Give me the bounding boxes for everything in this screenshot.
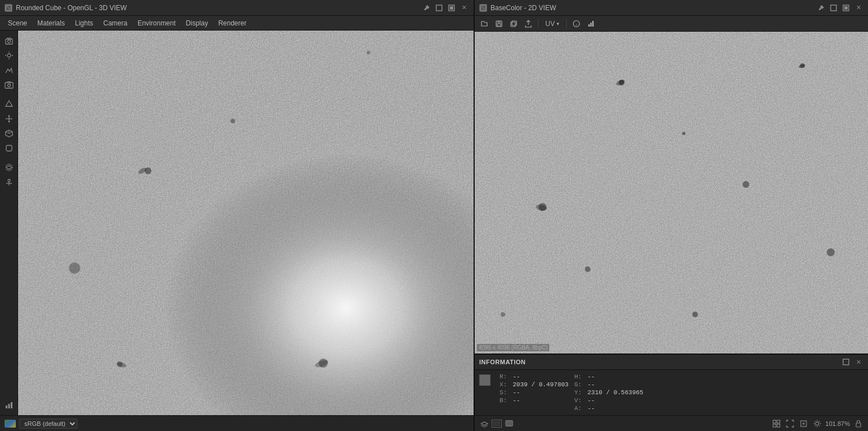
cube2-tool-icon[interactable] <box>2 141 16 155</box>
menubar-3d: Scene Materials Lights Camera Environmen… <box>0 16 474 31</box>
anchor-tool-icon[interactable] <box>2 175 16 189</box>
s-value: -- <box>513 389 568 396</box>
channel-view-icon[interactable] <box>492 420 502 428</box>
cube-tool-icon[interactable] <box>2 127 16 140</box>
object-select-icon[interactable] <box>2 97 16 111</box>
svg-point-24 <box>8 179 10 182</box>
menu-camera[interactable]: Camera <box>99 18 132 28</box>
viewport-2d-texture <box>475 32 868 354</box>
uv-label: UV <box>545 20 555 28</box>
transform-tool-icon[interactable] <box>2 112 16 126</box>
info-panel-content: R: -- H: -- X: 2039 / 0.497803 G: -- S: … <box>475 370 868 415</box>
v-value: -- <box>587 397 643 404</box>
duplicate-btn[interactable] <box>507 18 520 30</box>
svg-text:i: i <box>576 22 577 27</box>
svg-line-1 <box>7 6 10 10</box>
camera-tool-icon[interactable] <box>2 34 16 48</box>
g-label: G: <box>574 381 581 388</box>
bottom-bar-right: 101.87% <box>771 419 863 429</box>
terrain-tool-icon[interactable] <box>2 63 16 77</box>
menu-lights[interactable]: Lights <box>71 18 98 28</box>
info-panel-controls: ✕ <box>841 357 863 367</box>
app-container: Rounded Cube - OpenGL - 3D VIEW ✕ Scene … <box>0 0 868 431</box>
expand-btn-3d[interactable] <box>434 3 444 13</box>
viewport-2d[interactable]: 4096 x 4096 (RGBA, 8bpC) <box>475 32 868 354</box>
menu-environment[interactable]: Environment <box>133 18 180 28</box>
panel-3d: Rounded Cube - OpenGL - 3D VIEW ✕ Scene … <box>0 0 475 431</box>
svg-rect-82 <box>856 423 861 427</box>
light-tool-icon[interactable] <box>2 49 16 62</box>
save-btn[interactable] <box>493 18 505 30</box>
expand-btn-2d[interactable] <box>828 3 839 13</box>
open-file-btn[interactable] <box>478 18 491 30</box>
settings-2d-icon[interactable] <box>812 419 822 429</box>
svg-rect-31 <box>18 31 474 415</box>
svg-rect-49 <box>511 22 515 27</box>
svg-rect-56 <box>592 21 594 27</box>
stats-btn[interactable] <box>585 18 597 30</box>
app-icon-3d <box>5 4 12 12</box>
svg-rect-45 <box>844 6 848 10</box>
bottom-bar-3d: sRGB (default) <box>0 415 474 431</box>
viewport-3d-texture <box>18 31 474 415</box>
menu-scene[interactable]: Scene <box>3 18 32 28</box>
svg-point-6 <box>7 40 10 43</box>
a-value: -- <box>587 405 643 412</box>
uv-dropdown-arrow: ▾ <box>557 21 559 27</box>
b-label: B: <box>500 397 507 404</box>
color-space-select[interactable]: sRGB (default) <box>19 419 77 429</box>
pin-btn-2d[interactable] <box>816 3 826 13</box>
pin-btn-3d[interactable] <box>422 3 432 13</box>
svg-rect-75 <box>777 420 780 423</box>
svg-rect-4 <box>450 6 453 10</box>
info-panel-close-btn[interactable]: ✕ <box>853 357 863 367</box>
svg-rect-2 <box>436 5 442 11</box>
titlebar-controls-2d: ✕ <box>816 3 863 13</box>
svg-point-59 <box>682 132 685 135</box>
grid-view-icon[interactable] <box>771 419 782 429</box>
svg-rect-29 <box>11 402 12 408</box>
b-value: -- <box>513 397 568 404</box>
stats-tool-icon[interactable] <box>2 398 16 412</box>
bottom-bar-2d: 101.87% <box>475 415 868 431</box>
lock-icon[interactable] <box>853 419 863 429</box>
panel-2d: BaseColor - 2D VIEW ✕ <box>475 0 868 431</box>
image-size-overlay: 4096 x 4096 (RGBA, 8bpC) <box>477 344 549 351</box>
fullscreen-btn-2d[interactable] <box>841 3 851 13</box>
a-label: A: <box>574 405 581 412</box>
titlebar-3d: Rounded Cube - OpenGL - 3D VIEW ✕ <box>0 0 474 16</box>
svg-point-37 <box>231 119 235 123</box>
toolbar-2d: UV ▾ i <box>475 16 868 32</box>
screenshot-tool-icon[interactable] <box>2 78 16 92</box>
x-label: X: <box>500 381 507 388</box>
info-panel-expand-btn[interactable] <box>841 357 851 367</box>
menu-materials[interactable]: Materials <box>33 18 70 28</box>
zoom-percentage[interactable]: 101.87% <box>826 420 850 427</box>
svg-point-7 <box>7 54 11 57</box>
svg-marker-17 <box>8 115 10 117</box>
h-label: H: <box>574 373 581 380</box>
toolbar-sep-1 <box>538 19 539 28</box>
x-value: 2039 / 0.497803 <box>513 381 568 388</box>
info-btn[interactable]: i <box>570 18 583 30</box>
layers-tool-icon[interactable] <box>2 161 16 174</box>
close-btn-2d[interactable]: ✕ <box>853 3 863 13</box>
menu-display[interactable]: Display <box>181 18 212 28</box>
svg-line-22 <box>9 132 12 133</box>
layers-view-icon[interactable] <box>479 419 489 429</box>
pixel-color-preview <box>479 374 491 386</box>
menu-renderer[interactable]: Renderer <box>214 18 251 28</box>
close-btn-3d[interactable]: ✕ <box>459 3 469 13</box>
h-value: -- <box>587 373 643 380</box>
display-mode-icon[interactable] <box>504 419 514 429</box>
y-label: Y: <box>574 389 581 396</box>
fit-view-icon[interactable] <box>785 419 795 429</box>
svg-rect-55 <box>590 23 592 27</box>
fullscreen-btn-3d[interactable] <box>446 3 457 13</box>
s-label: S: <box>500 389 507 396</box>
zoom-fit-icon[interactable] <box>798 419 809 429</box>
svg-rect-50 <box>512 21 517 25</box>
viewport-3d[interactable] <box>18 31 474 415</box>
uv-dropdown-btn[interactable]: UV ▾ <box>542 19 563 29</box>
export-btn[interactable] <box>522 18 535 30</box>
